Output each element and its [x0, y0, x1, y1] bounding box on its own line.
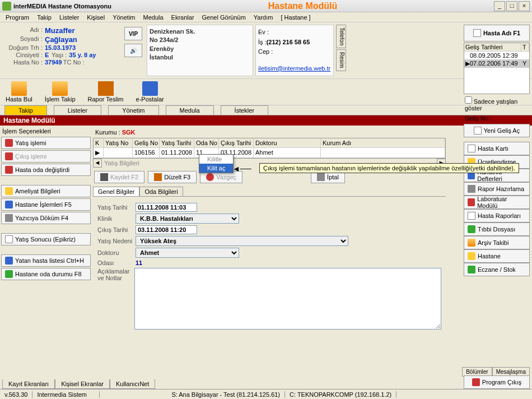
- close-button[interactable]: ×: [519, 1, 530, 11]
- gelis-no: 106156: [493, 115, 514, 122]
- toolbar-e-postalar[interactable]: e-Postalar: [135, 80, 165, 104]
- btn-icon: [468, 225, 475, 233]
- left---k---i-lemi[interactable]: Çıkış işlemi: [1, 150, 91, 163]
- status-system: Intermedia Sistem: [32, 391, 100, 398]
- left-hasta-oda-de-i-tirdi[interactable]: Hasta oda değiştirdi: [1, 164, 91, 176]
- maximize-button[interactable]: □: [506, 1, 517, 11]
- toolbar-hasta-bul[interactable]: Hasta Bul: [4, 80, 34, 104]
- tab-telefon[interactable]: Telefon: [336, 25, 346, 48]
- tab-kullanicinet[interactable]: KullanıcıNet: [110, 379, 155, 389]
- tab-resim[interactable]: Resim: [336, 49, 346, 71]
- hasta-adi-button[interactable]: Hasta Adı F1: [464, 25, 530, 41]
- patient-info: Adı :Muzaffer Soyadı :Çağlayan Doğum Trh…: [2, 25, 120, 76]
- left-hastane-i--lemleri---f-[interactable]: Hastane İşlemleri F5: [1, 198, 91, 211]
- patient-surname: Çağlayan: [45, 35, 77, 44]
- menu-genelgrnm[interactable]: Genel Görünüm: [199, 13, 249, 21]
- contact-box: Ev : İş :(212) 216 58 65 Cep : iletisim@…: [255, 25, 334, 76]
- patient-dob: 15.03.1973: [45, 44, 76, 51]
- menu-ekranlar[interactable]: Ekranlar: [168, 13, 198, 21]
- maintab-i̇stekler[interactable]: İstekler: [221, 105, 268, 115]
- right-eczane---stok[interactable]: Eczane / Stok: [464, 263, 530, 276]
- app-icon: [2, 2, 11, 11]
- visit-dates-grid[interactable]: Geliş TarihleriT 08.09.2005 12:39 ▶07.02…: [464, 43, 530, 94]
- left-yaz-c-ya-d-k-m---f-[interactable]: Yazıcıya Döküm F4: [1, 212, 91, 224]
- menu-kiisel[interactable]: Kişisel: [83, 13, 108, 21]
- left-yat---i-lemi[interactable]: Yatış işlemi: [1, 137, 91, 149]
- left-yat---sonucu--epikriz-[interactable]: Yatış Sonucu (Epikriz): [1, 233, 91, 245]
- toolbar-icon: [98, 81, 114, 96]
- admissions-grid[interactable]: K Yatış No Geliş No Yatış Tarihi Oda No …: [93, 138, 446, 159]
- right-t-bbi-dosyas-[interactable]: Tıbbi Dosyası: [464, 222, 530, 236]
- left-yatan-hasta-listesi-ctrl-h[interactable]: Yatan hasta listesi Ctrl+H: [1, 254, 91, 267]
- menu-ynetim[interactable]: Yönetim: [109, 13, 138, 21]
- btn-icon: [468, 198, 475, 206]
- exit-icon: [472, 378, 480, 386]
- toolbar-rapor-teslim[interactable]: Rapor Teslim: [87, 80, 125, 104]
- yeni-gelis-button[interactable]: Yeni Geliş Aç: [464, 124, 530, 137]
- btn-icon: [5, 166, 13, 174]
- yatis-nedeni-select[interactable]: Yüksek Ateş: [136, 236, 348, 246]
- left-hastane-oda-durumu-f-[interactable]: Hastane oda durumu F8: [1, 268, 91, 280]
- menu-program[interactable]: Program: [2, 13, 32, 21]
- maintab-listeler[interactable]: Listeler: [54, 105, 101, 115]
- tab-kisisel-ekranlar[interactable]: Kişisel Ekranlar: [55, 379, 110, 389]
- patient-no: 37949: [45, 59, 62, 66]
- right-laboratuar-mod-l-[interactable]: Laboratuar Modülü: [464, 196, 530, 209]
- toolbar-icon: [142, 81, 158, 96]
- right-hasta-raporlar-[interactable]: Hasta Raporları: [464, 209, 530, 222]
- notlar-textarea[interactable]: [134, 268, 441, 330]
- menu-takip[interactable]: Takip: [34, 13, 55, 21]
- menu-listeler[interactable]: Listeler: [56, 13, 82, 21]
- left-ameliyat-bilgileri[interactable]: Ameliyat Bilgileri: [1, 185, 91, 197]
- tab-oda-bilgileri[interactable]: Oda Bilgileri: [139, 187, 183, 196]
- date-row[interactable]: ▶07.02.2006 17:49Y: [464, 59, 529, 68]
- btn-icon: [5, 139, 13, 147]
- right-hastane[interactable]: Hastane: [464, 249, 530, 263]
- doktor-select[interactable]: Ahmet: [136, 248, 239, 258]
- grid-row[interactable]: ▶ 106156 01.11.2008 11 03.11.2008 Ahmet: [94, 148, 445, 158]
- email-link[interactable]: iletisim@intermedia.web.tr: [258, 64, 331, 74]
- duzelt-button[interactable]: Düzelt F3: [148, 171, 197, 183]
- btn-icon: [5, 201, 13, 208]
- kaydet-button[interactable]: Kaydet F2: [94, 171, 144, 183]
- menu-yardm[interactable]: Yardım: [250, 13, 277, 21]
- module-title-header: Hastane Modülü: [111, 1, 494, 11]
- toolbar-i̇şlem-takip[interactable]: İşlem Takip: [44, 80, 77, 104]
- trash-icon: [317, 173, 325, 181]
- maintab-medula[interactable]: Medula: [166, 105, 214, 115]
- btn-icon: [468, 266, 475, 273]
- only-admissions-checkbox[interactable]: [465, 96, 472, 104]
- tab-kayit-ekranlari[interactable]: Kayıt Ekranları: [2, 379, 55, 389]
- patient-name: Muzaffer: [45, 26, 74, 35]
- minimize-button[interactable]: _: [494, 1, 505, 11]
- sound-button[interactable]: 🔊: [124, 44, 142, 57]
- klinik-select[interactable]: K.B.B. Hastalıkları: [136, 214, 239, 224]
- yatis-tarihi-input[interactable]: [136, 203, 197, 212]
- date-row[interactable]: 08.09.2005 12:39: [464, 52, 529, 59]
- program-cikis-button[interactable]: Program Çıkış: [464, 375, 530, 389]
- edit-icon: [154, 173, 162, 181]
- status-version: v.563.30: [0, 391, 32, 398]
- btn-icon: [468, 145, 475, 152]
- new-icon: [474, 127, 482, 134]
- scroll-left[interactable]: ◄: [93, 159, 102, 168]
- maintab-yönetim[interactable]: Yönetim: [108, 105, 158, 115]
- save-icon: [100, 173, 108, 181]
- lock-menuitem[interactable]: Kilitle: [199, 155, 233, 164]
- right-hasta-kart-[interactable]: Hasta Kartı: [464, 142, 530, 155]
- kurum-value: SGK: [122, 129, 136, 136]
- btn-icon: [468, 185, 475, 193]
- btn-icon: [5, 270, 13, 278]
- menu-hastane[interactable]: [ Hastane ]: [277, 13, 314, 21]
- maintab-takip[interactable]: Takip: [4, 105, 47, 115]
- cikis-tarihi-input[interactable]: [136, 225, 197, 234]
- unlock-menuitem[interactable]: Kilit aç: [199, 164, 233, 173]
- menu-medula[interactable]: Medula: [140, 13, 167, 21]
- right-rapor-haz-rlama[interactable]: Rapor Hazırlama: [464, 182, 530, 196]
- vip-button[interactable]: VIP: [124, 27, 142, 40]
- tooltip: Çıkış işlemi tamamlanan hastanın işlemle…: [259, 163, 519, 173]
- arrow-indicator: ◄──: [232, 164, 251, 173]
- btn-icon: [5, 235, 13, 243]
- right-ar-iv-takibi[interactable]: Arşiv Takibi: [464, 236, 530, 249]
- tab-genel-bilgiler[interactable]: Genel Bilgiler: [93, 187, 139, 196]
